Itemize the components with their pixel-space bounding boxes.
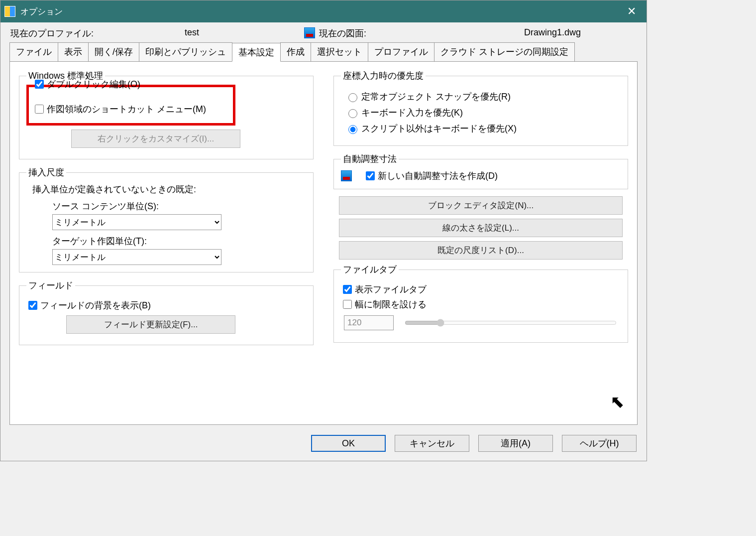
- label-dblclick-edit: ダブルクリック編集(O): [47, 78, 140, 90]
- header: 現在のプロファイル: test 現在の図面: Drawing1.dwg: [0, 22, 647, 42]
- titlebar: オプション ✕: [0, 0, 647, 22]
- legend-file-tab: ファイルタブ: [341, 264, 399, 275]
- label-osnap-priority: 定常オブジェクト スナップを優先(R): [361, 91, 511, 103]
- legend-coord-priority: 座標入力時の優先度: [341, 70, 426, 82]
- block-editor-settings-button[interactable]: ブロック エディタ設定(N)...: [339, 196, 623, 215]
- field-update-settings-button[interactable]: フィールド更新設定(F)...: [66, 315, 235, 334]
- cancel-button[interactable]: キャンセル: [395, 435, 469, 452]
- label-shortcut-menu: 作図領域のショートカット メニュー(M): [47, 103, 206, 115]
- group-file-tab: ファイルタブ 表示ファイルタブ 幅に制限を設ける: [333, 264, 628, 343]
- tab-plot[interactable]: 印刷とパブリッシュ: [139, 42, 232, 61]
- dialog-title: オプション: [20, 6, 63, 17]
- target-units-label: ターゲット作図単位(T):: [52, 235, 306, 247]
- legend-auto-dim: 自動調整寸法: [341, 153, 399, 165]
- checkbox-dblclick-edit[interactable]: [35, 80, 44, 89]
- profile-label: 現在のプロファイル:: [10, 27, 185, 39]
- radio-keyboard-except-script[interactable]: [348, 125, 357, 134]
- target-units-combo[interactable]: ミリメートル: [52, 249, 221, 265]
- tab-open-save[interactable]: 開く/保存: [88, 42, 139, 61]
- ok-button[interactable]: OK: [311, 435, 386, 452]
- group-coord-priority: 座標入力時の優先度 定常オブジェクト スナップを優先(R) キーボード入力を優先…: [333, 70, 628, 146]
- app-icon: [4, 6, 15, 17]
- insert-scale-desc: 挿入単位が定義されていないときの既定:: [32, 183, 306, 195]
- rightclick-customize-button: 右クリックをカスタマイズ(I)...: [71, 130, 240, 148]
- close-icon[interactable]: ✕: [621, 0, 643, 22]
- source-units-label: ソース コンテンツ単位(S):: [52, 200, 306, 212]
- legend-fields: フィールド: [26, 279, 75, 291]
- label-limit-width: 幅に制限を設ける: [355, 298, 427, 310]
- source-units-combo[interactable]: ミリメートル: [52, 214, 221, 230]
- checkbox-new-auto-dim[interactable]: [366, 171, 375, 180]
- highlight-annotation: ダブルクリック編集(O) 作図領域のショートカット メニュー(M): [26, 85, 235, 126]
- group-auto-dim: 自動調整寸法 新しい自動調整寸法を作成(D): [333, 153, 628, 189]
- tab-cloud[interactable]: クラウド ストレージの同期設定: [434, 42, 575, 61]
- tab-files[interactable]: ファイル: [9, 42, 58, 61]
- checkbox-limit-width[interactable]: [343, 300, 352, 309]
- tab-userprefs[interactable]: 基本設定: [232, 43, 281, 62]
- width-value-input: [344, 315, 394, 330]
- label-keyboard-except-script: スクリプト以外はキーボードを優先(X): [361, 123, 517, 134]
- checkbox-show-file-tab[interactable]: [343, 285, 352, 294]
- width-slider: [405, 319, 617, 327]
- radio-keyboard-priority[interactable]: [348, 109, 357, 118]
- apply-button[interactable]: 適用(A): [478, 435, 553, 452]
- radio-osnap-priority[interactable]: [348, 93, 357, 102]
- dialog-footer: OK キャンセル 適用(A) ヘルプ(H): [0, 430, 647, 461]
- drawing-label: 現在の図面:: [319, 27, 468, 39]
- checkbox-shortcut-menu[interactable]: [35, 105, 44, 114]
- label-field-background: フィールドの背景を表示(B): [40, 299, 151, 311]
- legend-insert-scale: 挿入尺度: [26, 166, 66, 178]
- group-windows-standard: Windows 標準処理 ダブルクリック編集(O) 作図領域のショートカット メ…: [19, 70, 314, 159]
- dwg-icon: [341, 170, 352, 181]
- default-scale-list-button[interactable]: 既定の尺度リスト(D)...: [339, 241, 623, 260]
- tabstrip: ファイル 表示 開く/保存 印刷とパブリッシュ 基本設定 作成 選択セット プロ…: [9, 42, 638, 61]
- tab-display[interactable]: 表示: [58, 42, 89, 61]
- label-new-auto-dim: 新しい自動調整寸法を作成(D): [378, 170, 498, 182]
- label-show-file-tab: 表示ファイルタブ: [355, 283, 427, 295]
- help-button[interactable]: ヘルプ(H): [562, 435, 637, 452]
- checkbox-field-background[interactable]: [28, 301, 37, 310]
- drawing-value: Drawing1.dwg: [468, 27, 637, 39]
- dwg-icon: [304, 27, 315, 38]
- tab-drafting[interactable]: 作成: [280, 42, 311, 61]
- group-insert-scale: 挿入尺度 挿入単位が定義されていないときの既定: ソース コンテンツ単位(S):…: [19, 166, 314, 272]
- lineweight-settings-button[interactable]: 線の太さを設定(L)...: [339, 219, 623, 237]
- profile-value: test: [185, 27, 304, 39]
- group-fields: フィールド フィールドの背景を表示(B) フィールド更新設定(F)...: [19, 279, 314, 345]
- label-keyboard-priority: キーボード入力を優先(K): [361, 107, 463, 119]
- tab-selection[interactable]: 選択セット: [311, 42, 368, 61]
- tab-profiles[interactable]: プロファイル: [368, 42, 434, 61]
